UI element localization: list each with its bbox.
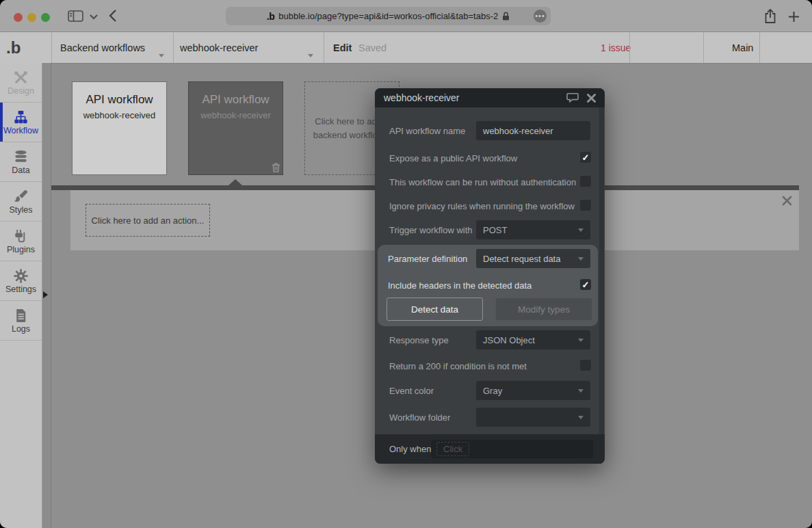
api-workflow-name-input[interactable]: webhook-receiver [476,121,590,140]
field-label: Only when [389,444,431,454]
design-icon [13,70,29,85]
selected-card-caret [228,179,242,185]
minimize-window-button[interactable] [27,13,36,22]
issue-count: 1 issue [601,32,631,63]
new-tab-icon[interactable] [788,11,800,23]
edit-mode-label[interactable]: Edit [333,32,352,63]
settings-icon [13,268,29,284]
field-label: Include headers in the detected data [388,280,532,291]
lock-icon [502,12,510,21]
dialog-title: webhook-receiver [384,92,566,103]
only-when-section: Only when Click [375,434,605,464]
editor-sidebar: Design Workflow Data [0,63,42,528]
share-icon[interactable] [763,8,777,24]
only-when-placeholder: Click [436,442,469,456]
parameter-definition-section: Parameter definition Detect request data… [378,245,598,326]
close-window-button[interactable] [14,13,23,22]
sidebar-item-data[interactable]: Data [0,142,42,182]
field-label: API workflow name [389,126,465,136]
comment-icon[interactable] [566,92,579,103]
only-when-input[interactable]: Click [431,440,593,458]
bubble-favicon: .b [267,11,274,22]
field-label: Ignore privacy rules when running the wo… [389,201,575,211]
field-label: This workflow can be run without authent… [389,177,576,187]
event-color-dropdown[interactable]: Gray [476,381,590,400]
chevron-down-icon [159,54,164,57]
url-text: bubble.io/page?type=api&id=workos-offici… [278,11,498,21]
sidebar-item-workflow[interactable]: Workflow [0,103,42,142]
field-label: Trigger workflow with [389,225,473,235]
response-type-dropdown[interactable]: JSON Object [476,330,590,349]
workflow-icon [13,109,29,125]
browser-chrome: .b bubble.io/page?type=api&id=workos-off… [0,0,812,32]
workflow-card-subtitle: webhook-receiver [189,110,283,120]
zoom-window-button[interactable] [41,13,50,22]
chevron-down-icon[interactable] [89,14,99,20]
dialog-scrollbar[interactable] [599,107,604,464]
logs-icon [13,308,29,324]
data-icon [13,149,29,165]
workflow-card-selected[interactable]: API workflow webhook-receiver [188,81,283,175]
plugins-icon [13,228,29,244]
field-label: Parameter definition [388,254,467,264]
sidebar-collapse-arrow-icon[interactable] [43,291,48,298]
return-200-checkbox[interactable] [580,360,591,371]
parameter-definition-dropdown[interactable]: Detect request data [476,249,590,268]
chevron-down-icon [578,257,584,261]
field-label: Return a 200 if condition is not met [389,361,527,371]
workflow-card-title: API workflow [73,93,166,107]
chevron-down-icon [578,416,584,419]
trash-icon[interactable] [272,163,280,172]
field-label: Expose as a public API workflow [389,153,517,163]
address-bar[interactable]: .b bubble.io/page?type=api&id=workos-off… [226,7,551,25]
include-headers-checkbox[interactable] [580,279,591,290]
saved-status: Saved [358,32,387,63]
back-icon[interactable] [109,9,117,23]
field-label: Event color [389,386,434,396]
ignore-privacy-checkbox[interactable] [580,200,591,211]
chevron-down-icon [578,228,584,232]
bubble-logo: .b [6,32,21,63]
browser-window: .b bubble.io/page?type=api&id=workos-off… [0,0,812,528]
field-label: Workflow folder [389,412,450,423]
chevron-down-icon [578,339,584,342]
workflow-card[interactable]: API workflow webhook-received [72,81,167,175]
expose-checkbox[interactable] [580,152,591,163]
sidebar-item-plugins[interactable]: Plugins [0,222,42,261]
styles-icon [13,189,29,204]
workflow-card-subtitle: webhook-received [73,110,166,120]
chevron-down-icon [308,54,313,57]
workflow-properties-dialog: webhook-receiver API workflow name webho… [375,88,605,464]
workflow-folder-dropdown[interactable] [476,408,590,427]
close-icon[interactable] [782,196,792,206]
dialog-header[interactable]: webhook-receiver [375,88,605,107]
workflow-card-title: API workflow [189,93,283,107]
sidebar-item-logs[interactable]: Logs [0,301,42,341]
chevron-down-icon [578,389,584,393]
sidebar-toggle-icon[interactable] [68,10,83,22]
branch-name: Main [732,32,753,63]
detect-data-button[interactable]: Detect data [387,298,483,321]
sidebar-item-design[interactable]: Design [0,63,42,103]
field-label: Response type [389,335,449,345]
close-icon[interactable] [587,94,596,103]
editor-toolbar: .b Backend workflows webhook-receiver Ed… [0,32,812,64]
ellipsis-icon[interactable]: ••• [534,10,547,23]
modify-types-button[interactable]: Modify types [495,298,592,321]
sidebar-item-settings[interactable]: Settings [0,261,42,301]
sidebar-item-styles[interactable]: Styles [0,182,42,222]
add-action-button[interactable]: Click here to add an action... [86,204,210,237]
trigger-method-dropdown[interactable]: POST [476,220,590,239]
no-auth-checkbox[interactable] [580,176,591,187]
